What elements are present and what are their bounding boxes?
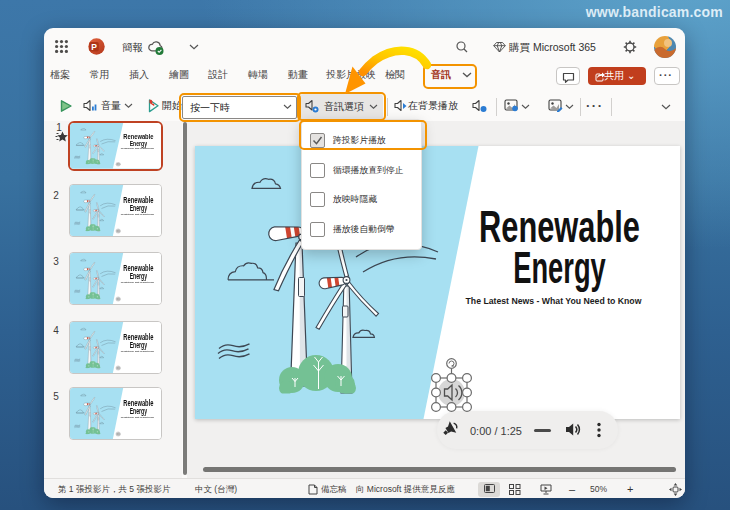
svg-text:P: P (91, 42, 97, 52)
